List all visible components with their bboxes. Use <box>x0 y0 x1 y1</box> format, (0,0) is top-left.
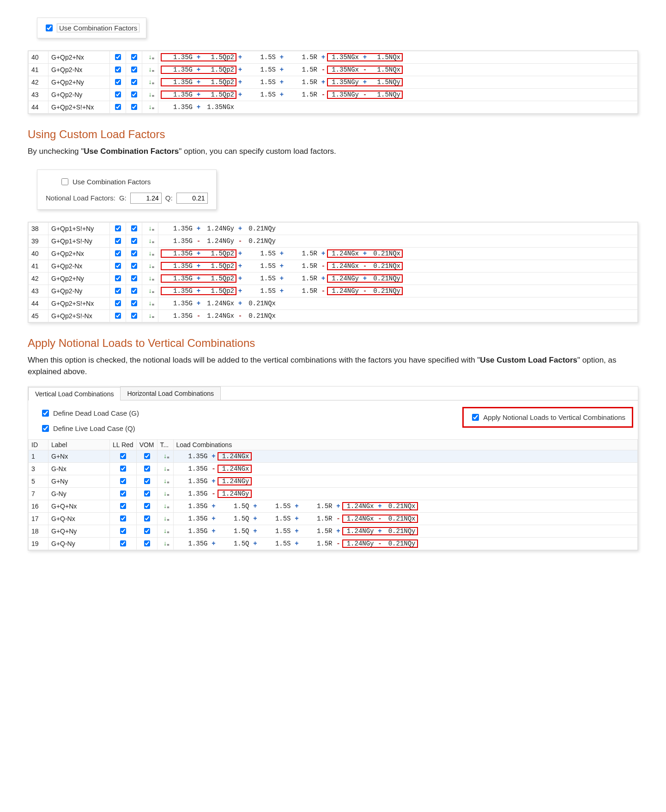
term: 1.5Qp2 <box>203 250 236 257</box>
term: 1.35G <box>176 453 210 460</box>
table-row[interactable]: 3G-Nx↓1.35G-1.24NGx <box>29 462 638 475</box>
define-dead-checkbox[interactable] <box>42 410 49 417</box>
table-row[interactable]: 40G+Qp2+Nx↓1.35G+1.5Qp2+1.5S+1.5R+1.24NG… <box>29 247 638 260</box>
llred-checkbox[interactable] <box>120 528 126 534</box>
llred-checkbox[interactable] <box>115 104 121 110</box>
table-row[interactable]: 1G+Nx↓1.35G+1.24NGx <box>29 450 638 462</box>
table-row[interactable]: 42G+Qp2+Ny↓1.35G+1.5Qp2+1.5S+1.5R+1.24NG… <box>29 272 638 285</box>
vom-checkbox[interactable] <box>131 263 137 269</box>
llred-checkbox[interactable] <box>120 466 126 472</box>
llred-checkbox[interactable] <box>115 300 121 306</box>
vom-checkbox[interactable] <box>131 104 137 110</box>
table-row[interactable]: 5G+Ny↓1.35G+1.24NGy <box>29 475 638 487</box>
vom-checkbox[interactable] <box>131 238 137 244</box>
operator: - <box>363 262 367 270</box>
llred-checkbox[interactable] <box>120 503 126 509</box>
llred-checkbox[interactable] <box>115 313 121 319</box>
vom-checkbox[interactable] <box>144 453 150 459</box>
table-row[interactable]: 41G+Qp2-Nx↓1.35G+1.5Qp2+1.5S+1.5R-1.35NG… <box>29 64 638 76</box>
use-combination-factors-checkbox[interactable] <box>46 24 53 31</box>
term: 1.5Q <box>218 515 251 522</box>
operator: - <box>196 312 201 320</box>
vom-checkbox[interactable] <box>144 528 150 534</box>
highlight-box: 1.24NGx+0.21NQx <box>343 503 418 510</box>
llred-checkbox[interactable] <box>120 540 126 546</box>
llred-checkbox[interactable] <box>120 478 126 484</box>
use-combination-factors-checkbox-2[interactable] <box>61 178 68 185</box>
vom-checkbox[interactable] <box>131 79 137 85</box>
tab-horizontal[interactable]: Horizontal Load Combinations <box>120 387 221 400</box>
vom-checkbox[interactable] <box>131 313 137 319</box>
term: 1.24NGx <box>203 312 236 320</box>
vom-checkbox[interactable] <box>144 540 150 546</box>
llred-checkbox[interactable] <box>120 515 126 521</box>
define-live-label: Define Live Load Case (Q) <box>53 424 135 432</box>
table-row[interactable]: 17G+Q-Nx↓1.35G+1.5Q+1.5S+1.5R-1.24NGx-0.… <box>29 512 638 525</box>
vom-checkbox[interactable] <box>144 503 150 509</box>
vom-checkbox[interactable] <box>131 300 137 306</box>
operator: - <box>336 540 341 547</box>
table-row[interactable]: 39G+Qp1+S!-Ny↓1.35G-1.24NGy-0.21NQy <box>29 235 638 247</box>
table-row[interactable]: 16G+Q+Nx↓1.35G+1.5Q+1.5S+1.5R+1.24NGx+0.… <box>29 500 638 512</box>
vom-checkbox[interactable] <box>144 466 150 472</box>
define-live-checkbox[interactable] <box>42 425 49 432</box>
llred-checkbox[interactable] <box>115 238 121 244</box>
vom-checkbox[interactable] <box>144 515 150 521</box>
vom-checkbox[interactable] <box>131 288 137 294</box>
term: 1.35G <box>161 275 194 282</box>
table-row[interactable]: 38G+Qp1+S!+Ny↓1.35G+1.24NGy+0.21NQy <box>29 222 638 235</box>
llred-checkbox[interactable] <box>115 91 121 97</box>
vom-checkbox[interactable] <box>144 478 150 484</box>
operator: + <box>295 540 299 547</box>
vom-checkbox[interactable] <box>131 250 137 256</box>
term: 1.35G <box>161 312 194 320</box>
llred-checkbox[interactable] <box>120 453 126 459</box>
q-factor-input[interactable] <box>176 193 208 204</box>
combination-cell: 1.35G+1.5Qp2+1.5S+1.5R+1.24NGy+0.21NQy <box>158 272 638 285</box>
table-row[interactable]: 43G+Qp2-Ny↓1.35G+1.5Qp2+1.5S+1.5R-1.35NG… <box>29 89 638 101</box>
apply-notional-checkbox[interactable] <box>472 414 479 421</box>
operator: + <box>212 540 216 547</box>
row-id: 41 <box>29 64 48 76</box>
table-row[interactable]: 43G+Qp2-Ny↓1.35G+1.5Qp2+1.5S+1.5R-1.24NG… <box>29 285 638 297</box>
g-factor-input[interactable] <box>130 193 162 204</box>
llred-checkbox[interactable] <box>115 54 121 60</box>
table-row[interactable]: 18G+Q+Ny↓1.35G+1.5Q+1.5S+1.5R+1.24NGy+0.… <box>29 525 638 537</box>
term: 1.35NGx <box>327 54 361 61</box>
vom-checkbox[interactable] <box>144 491 150 497</box>
table-row[interactable]: 42G+Qp2+Ny↓1.35G+1.5Qp2+1.5S+1.5R+1.35NG… <box>29 76 638 89</box>
row-id: 45 <box>29 309 48 322</box>
term: 0.21NQx <box>369 250 402 257</box>
llred-checkbox[interactable] <box>115 225 121 231</box>
q-label: Q: <box>165 194 173 202</box>
vom-checkbox[interactable] <box>131 91 137 97</box>
llred-checkbox[interactable] <box>115 275 121 281</box>
llred-checkbox[interactable] <box>115 288 121 294</box>
row-id: 17 <box>29 512 48 525</box>
header-llred: LL Red <box>110 439 137 450</box>
table-row[interactable]: 45G+Qp2+S!-Nx↓1.35G-1.24NGx-0.21NQx <box>29 309 638 322</box>
table-row[interactable]: 7G-Ny↓1.35G-1.24NGy <box>29 487 638 500</box>
term: 0.21NQx <box>369 262 402 270</box>
vom-checkbox[interactable] <box>131 225 137 231</box>
table-row[interactable]: 44G+Qp2+S!+Nx↓1.35G+1.24NGx+0.21NQx <box>29 297 638 309</box>
llred-checkbox[interactable] <box>115 263 121 269</box>
llred-checkbox[interactable] <box>120 491 126 497</box>
term: 1.24NGx <box>218 453 251 460</box>
llred-checkbox[interactable] <box>115 79 121 85</box>
tab-vertical[interactable]: Vertical Load Combinations <box>28 387 121 400</box>
vom-checkbox[interactable] <box>131 275 137 281</box>
row-id: 42 <box>29 76 48 89</box>
vom-checkbox[interactable] <box>131 54 137 60</box>
table-row[interactable]: 19G+Q-Ny↓1.35G+1.5Q+1.5S+1.5R-1.24NGy-0.… <box>29 537 638 550</box>
table-row[interactable]: 44G+Qp2+S!+Nx↓1.35G+1.35NGx <box>29 101 638 114</box>
llred-checkbox[interactable] <box>115 67 121 73</box>
table-row[interactable]: 40G+Qp2+Nx↓1.35G+1.5Qp2+1.5S+1.5R+1.35NG… <box>29 51 638 64</box>
operator: - <box>363 66 367 73</box>
term: 1.5S <box>244 275 278 282</box>
llred-checkbox[interactable] <box>115 250 121 256</box>
operator: + <box>196 262 201 270</box>
table-row[interactable]: 41G+Qp2-Nx↓1.35G+1.5Qp2+1.5S+1.5R-1.24NG… <box>29 260 638 272</box>
term: 1.5S <box>260 515 293 522</box>
vom-checkbox[interactable] <box>131 67 137 73</box>
